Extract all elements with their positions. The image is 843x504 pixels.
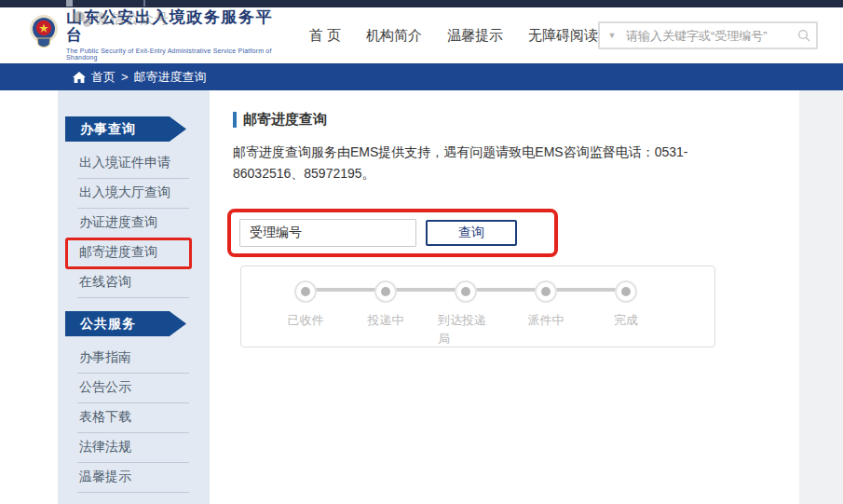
site-header: 山东公安出入境政务服务平台 The Public Security of Exi… [0,7,843,63]
step-label: 已收件 [278,311,333,330]
title-accent-bar [233,112,237,128]
sidebar-list-queries: 出入境证件申请 出入境大厅查询 办证进度查询 邮寄进度查询 在线咨询 [77,149,189,298]
sidebar-item-hall-query[interactable]: 出入境大厅查询 [77,179,189,209]
left-gutter [0,90,58,504]
nav-accessibility[interactable]: 无障碍阅读 [528,27,598,45]
home-icon [73,72,86,83]
content-area: 办事查询 出入境证件申请 出入境大厅查询 办证进度查询 邮寄进度查询 在线咨询 … [0,90,799,504]
sidebar: 办事查询 出入境证件申请 出入境大厅查询 办证进度查询 邮寄进度查询 在线咨询 … [58,90,210,504]
nav-about[interactable]: 机构简介 [366,27,422,45]
mail-progress-tracker: 已收件 投递中 到达投递局 派件中 [240,266,715,347]
sidebar-item-warm-tips[interactable]: 温馨提示 [77,463,189,493]
police-badge-logo [28,14,60,57]
sidebar-item-certificate-application[interactable]: 出入境证件申请 [77,149,189,179]
step-arrived-delivery-office: 到达投递局 [426,280,506,347]
top-dark-bar [0,0,843,7]
page-title: 邮寄进度查询 [233,111,799,129]
site-search-box: ▼ [598,21,818,49]
topbar-artifact [143,0,145,7]
search-icon[interactable] [792,29,816,42]
sidebar-item-laws[interactable]: 法律法规 [77,433,189,463]
sidebar-section-public-services: 公共服务 [65,311,186,336]
step-dispatching: 派件中 [506,280,586,347]
sidebar-item-form-download[interactable]: 表格下载 [77,403,189,433]
step-circle-icon [294,280,317,303]
step-label: 派件中 [518,311,574,330]
progress-steps: 已收件 投递中 到达投递局 派件中 [241,266,714,347]
sidebar-item-online-consult[interactable]: 在线咨询 [77,268,189,298]
main-nav: 首 页 机构简介 温馨提示 无障碍阅读 [309,27,598,45]
step-circle-icon [455,280,477,303]
search-category-dropdown[interactable]: ▼ [600,31,624,40]
sidebar-item-guide[interactable]: 办事指南 [77,344,189,374]
ems-notice-text: 邮寄进度查询服务由EMS提供支持，遇有问题请致电EMS咨询监督电话：0531-8… [233,142,717,184]
step-label: 投递中 [358,311,414,330]
breadcrumb-current: 邮寄进度查询 [134,69,207,86]
page-title-text: 邮寄进度查询 [243,111,327,129]
sidebar-section-queries: 办事查询 [65,116,186,142]
breadcrumb: 首页 > 邮寄进度查询 [0,63,843,90]
nav-tips[interactable]: 温馨提示 [447,27,503,45]
step-complete: 完成 [586,280,666,347]
site-title: 山东公安出入境政务服务平台 [66,9,278,44]
sidebar-item-label: 邮寄进度查询 [79,244,157,259]
main-panel: 邮寄进度查询 邮寄进度查询服务由EMS提供支持，遇有问题请致电EMS咨询监督电话… [210,90,799,504]
breadcrumb-separator: > [121,70,129,84]
breadcrumb-home-link[interactable]: 首页 [91,69,116,86]
sidebar-item-announcements[interactable]: 公告公示 [77,374,189,403]
sidebar-item-processing-progress-query[interactable]: 办证进度查询 [77,209,189,238]
topbar-artifact [66,0,73,7]
step-label: 到达投递局 [438,311,494,347]
step-in-delivery: 投递中 [346,280,426,347]
step-label: 完成 [598,311,654,330]
page: 山东公安出入境政务服务平台 The Public Security of Exi… [0,0,843,504]
query-button[interactable]: 查询 [426,220,517,246]
search-input[interactable] [624,28,792,44]
site-subtitle: The Public Security of Exit-Entry Admini… [66,48,278,61]
acceptance-number-input[interactable] [239,219,416,247]
sidebar-item-mail-progress-query[interactable]: 邮寄进度查询 [77,238,189,268]
sidebar-list-public-services: 办事指南 公告公示 表格下载 法律法规 温馨提示 [77,344,189,493]
nav-home[interactable]: 首 页 [309,27,341,45]
brand-block: 山东公安出入境政务服务平台 The Public Security of Exi… [66,9,278,61]
step-circle-icon [535,280,557,303]
step-circle-icon [374,280,397,303]
step-received: 已收件 [265,280,346,347]
red-highlight-form: 查询 [227,209,558,257]
step-circle-icon [615,280,637,303]
